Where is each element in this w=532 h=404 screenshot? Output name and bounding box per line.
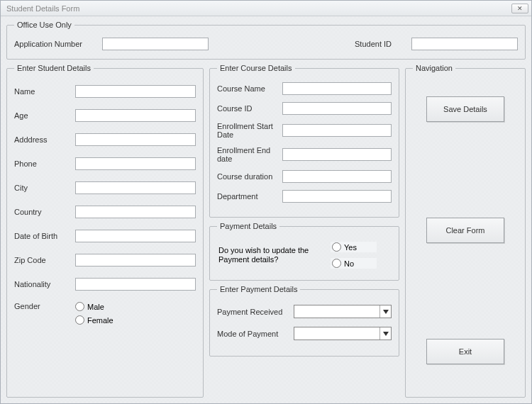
enter-payment-group: Enter Payment Details Payment Received M… — [209, 285, 399, 357]
gender-female-label: Female — [87, 316, 113, 325]
enroll-end-input[interactable] — [282, 148, 392, 161]
gender-female-radio[interactable] — [75, 315, 84, 325]
course-duration-label: Course duration — [217, 172, 282, 181]
payment-question-text: Do you wish to update the Payment detail… — [218, 246, 318, 264]
course-id-input[interactable] — [282, 102, 392, 115]
payment-no-label: No — [344, 259, 354, 268]
enter-payment-legend: Enter Payment Details — [217, 285, 300, 293]
window-frame: Student Details Form ✕ Office Use Only A… — [0, 0, 532, 404]
navigation-legend: Navigation — [413, 64, 455, 72]
payment-mode-label: Mode of Payment — [217, 330, 294, 338]
enroll-start-input[interactable] — [282, 124, 392, 137]
enroll-start-label: Enrollment Start Date — [217, 122, 282, 139]
payment-question-legend: Payment Details — [217, 222, 279, 230]
country-input[interactable] — [75, 206, 196, 218]
address-label: Adddress — [14, 135, 75, 144]
department-label: Department — [217, 192, 282, 201]
payment-received-label: Payment Received — [217, 308, 294, 316]
payment-mode-combo[interactable] — [294, 327, 392, 340]
titlebar: Student Details Form ✕ — [1, 1, 531, 16]
office-use-group: Office Use Only Application Number Stude… — [6, 21, 526, 60]
dob-label: Date of Birth — [14, 232, 75, 240]
payment-received-combo[interactable] — [294, 305, 392, 318]
nationality-input[interactable] — [75, 278, 196, 291]
application-number-label: Application Number — [14, 40, 82, 48]
form-body: Office Use Only Application Number Stude… — [1, 16, 531, 403]
save-details-button[interactable]: Save Details — [426, 96, 504, 122]
dob-input[interactable] — [75, 230, 196, 242]
course-details-group: Enter Course Details Course Name Course … — [209, 64, 399, 218]
phone-label: Phone — [14, 159, 75, 168]
country-label: Country — [14, 208, 75, 216]
phone-input[interactable] — [75, 157, 196, 170]
student-details-legend: Enter Student Details — [14, 64, 94, 72]
office-use-legend: Office Use Only — [14, 21, 74, 29]
course-id-label: Course ID — [217, 104, 282, 113]
chevron-down-icon — [379, 327, 391, 340]
navigation-group: Navigation Save Details Clear Form Exit — [405, 64, 526, 398]
course-name-input[interactable] — [282, 82, 392, 95]
course-duration-input[interactable] — [282, 170, 392, 183]
name-input[interactable] — [75, 85, 196, 98]
zip-input[interactable] — [75, 254, 196, 266]
name-label: Name — [14, 87, 75, 96]
gender-male-label: Male — [87, 303, 104, 311]
age-label: Age — [14, 111, 75, 120]
payment-yes-label: Yes — [344, 243, 357, 252]
gender-male-radio[interactable] — [75, 302, 84, 311]
city-label: City — [14, 184, 75, 192]
window-title: Student Details Form — [6, 4, 79, 13]
city-input[interactable] — [75, 181, 196, 194]
student-details-group: Enter Student Details Name Age Adddress … — [6, 64, 204, 398]
chevron-down-icon — [379, 305, 391, 318]
gender-label: Gender — [14, 302, 75, 310]
close-button[interactable]: ✕ — [511, 4, 528, 13]
zip-label: Zip Code — [14, 256, 75, 264]
student-id-label: Student ID — [355, 40, 392, 48]
course-name-label: Course Name — [217, 84, 282, 93]
enroll-end-label: Enrollment End date — [217, 146, 282, 163]
payment-yes-radio[interactable] — [332, 242, 341, 252]
course-details-legend: Enter Course Details — [217, 64, 295, 72]
exit-button[interactable]: Exit — [426, 339, 504, 364]
application-number-input[interactable] — [102, 38, 209, 50]
clear-form-button[interactable]: Clear Form — [426, 218, 504, 243]
close-icon: ✕ — [517, 5, 523, 12]
student-id-input[interactable] — [411, 38, 518, 50]
nationality-label: Nationality — [14, 280, 75, 288]
payment-question-group: Payment Details Do you wish to update th… — [209, 222, 399, 281]
age-input[interactable] — [75, 109, 196, 122]
department-input[interactable] — [282, 190, 392, 203]
address-input[interactable] — [75, 133, 196, 146]
payment-no-radio[interactable] — [332, 259, 341, 268]
